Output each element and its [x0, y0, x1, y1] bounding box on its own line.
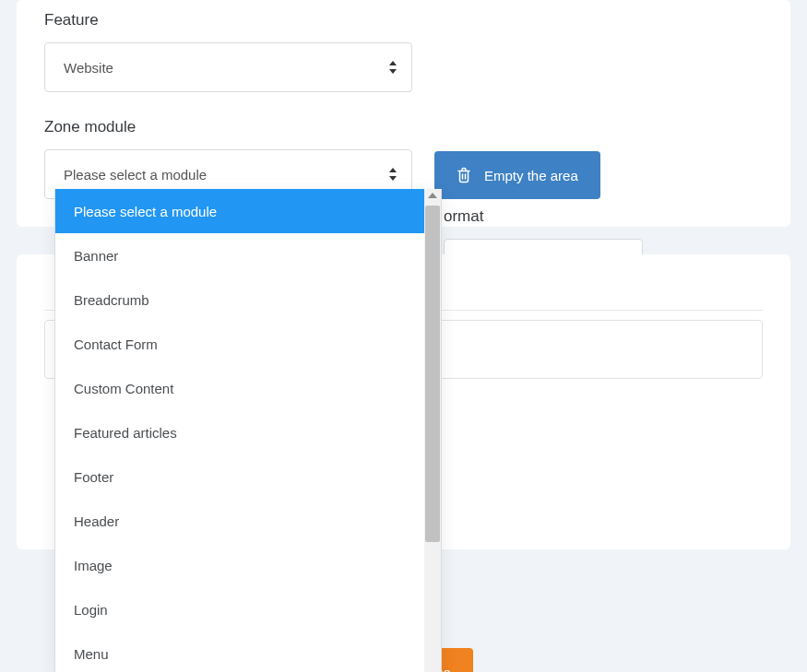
scrollbar-thumb[interactable] [425, 206, 440, 542]
chevron-sort-icon [389, 61, 398, 74]
dropdown-item-featured-articles[interactable]: Featured articles [55, 410, 424, 454]
dropdown-item-login[interactable]: Login [55, 587, 424, 631]
scrollbar-arrow-up-icon [428, 193, 437, 198]
empty-area-button[interactable]: Empty the area [434, 151, 600, 199]
dropdown-item-custom-content[interactable]: Custom Content [55, 366, 424, 410]
zone-module-dropdown-list: Please select a module Banner Breadcrumb… [55, 189, 424, 672]
dropdown-scrollbar[interactable] [424, 189, 441, 672]
dropdown-item-image[interactable]: Image [55, 543, 424, 587]
trash-icon [457, 167, 471, 183]
feature-select[interactable]: Website [44, 42, 412, 92]
dropdown-item-menu[interactable]: Menu [55, 631, 424, 672]
zone-module-field: Zone module Please select a module Empty… [44, 118, 763, 199]
dropdown-item-header[interactable]: Header [55, 499, 424, 543]
dropdown-item-breadcrumb[interactable]: Breadcrumb [55, 277, 424, 322]
feature-label: Feature [44, 11, 763, 29]
feature-field: Feature Website [44, 11, 763, 92]
zone-module-label: Zone module [44, 118, 763, 136]
dropdown-item-footer[interactable]: Footer [55, 454, 424, 499]
empty-area-button-label: Empty the area [484, 168, 578, 183]
dropdown-item-banner[interactable]: Banner [55, 233, 424, 277]
zone-module-dropdown: Please select a module Banner Breadcrumb… [54, 189, 442, 672]
chevron-sort-icon [389, 168, 398, 181]
form-card-top: Feature Website Zone module Please selec… [17, 0, 790, 227]
dropdown-item-placeholder[interactable]: Please select a module [55, 189, 424, 233]
dropdown-item-contact-form[interactable]: Contact Form [55, 322, 424, 366]
feature-select-value: Website [64, 60, 113, 76]
zone-module-select-value: Please select a module [64, 167, 207, 183]
title-format-label-suffix: ormat [444, 207, 643, 226]
